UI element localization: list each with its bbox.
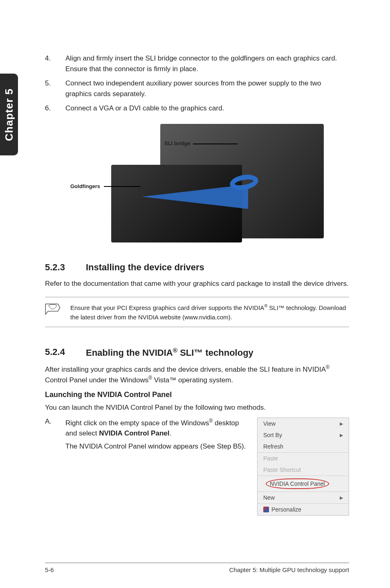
chapter-footer-title: Chapter 5: Multiple GPU technology suppo… <box>229 566 350 573</box>
menu-item-nvidia-control-panel[interactable]: NVIDIA Control Panel <box>260 476 346 491</box>
menu-label: View <box>263 420 276 427</box>
menu-label: NVIDIA Control Panel <box>270 480 325 487</box>
section-523-heading: 5.2.3 Installing the device drivers <box>45 262 349 273</box>
section-524-intro: After installing your graphics cards and… <box>45 364 349 385</box>
step-text: Align and firmly insert the SLI bridge c… <box>65 53 349 74</box>
section-title: Enabling the NVIDIA® SLI™ technology <box>86 347 253 358</box>
menu-label: Refresh <box>263 443 283 450</box>
install-step-6: 6. Connect a VGA or a DVI cable to the g… <box>45 103 349 114</box>
menu-item-personalize[interactable]: Personalize <box>258 504 349 515</box>
chapter-tab-label: Chapter 5 <box>3 88 16 141</box>
install-steps-list: 4. Align and firmly insert the SLI bridg… <box>45 53 349 114</box>
step-text: Connect a VGA or a DVI cable to the grap… <box>65 103 349 114</box>
section-number: 5.2.4 <box>45 347 86 358</box>
step-a-line1: Right click on the empty space of the Wi… <box>65 417 247 439</box>
section-524-heading: 5.2.4 Enabling the NVIDIA® SLI™ technolo… <box>45 347 349 358</box>
launching-subheading: Launching the NVIDIA Control Panel <box>45 391 349 399</box>
callout-line <box>104 186 141 187</box>
step-number: 5. <box>45 78 65 99</box>
step-letter: A. <box>45 417 61 451</box>
page-footer: 5-6 Chapter 5: Multiple GPU technology s… <box>45 563 349 573</box>
note-box: Ensure that your PCI Express graphics ca… <box>45 297 349 327</box>
submenu-arrow-icon: ▶ <box>340 421 343 426</box>
submenu-arrow-icon: ▶ <box>340 433 343 438</box>
step-a-line2: The NVIDIA Control Panel window appears … <box>65 441 247 452</box>
menu-label: Sort By <box>263 432 282 438</box>
goldfingers-label: Goldfingers <box>70 183 100 189</box>
highlight-oval: NVIDIA Control Panel <box>266 478 329 489</box>
sli-bridge-label: SLI bridge <box>164 140 191 146</box>
step-number: 4. <box>45 53 65 74</box>
section-523-intro: Refer to the documentation that came wit… <box>45 278 349 289</box>
menu-label: Paste <box>263 455 278 462</box>
chapter-tab: Chapter 5 <box>0 74 18 155</box>
menu-item-paste: Paste <box>258 453 349 464</box>
note-text: Ensure that your PCI Express graphics ca… <box>70 303 349 322</box>
personalize-icon <box>263 507 269 512</box>
menu-label: New <box>263 494 275 501</box>
section-title: Installing the device drivers <box>86 262 204 273</box>
sli-bridge-figure: SLI bridge Goldfingers <box>70 124 324 242</box>
desktop-context-menu: View ▶ Sort By ▶ Refresh Paste Paste Sho… <box>257 417 349 516</box>
page-number: 5-6 <box>45 566 54 573</box>
submenu-arrow-icon: ▶ <box>340 495 343 500</box>
step-number: 6. <box>45 103 65 114</box>
launching-intro: You can launch the NVIDIA Control Panel … <box>45 402 349 413</box>
step-text: Connect two independent auxiliary power … <box>65 78 349 99</box>
menu-label: Personalize <box>271 506 301 513</box>
menu-item-paste-shortcut: Paste Shortcut <box>258 464 349 476</box>
menu-label: Paste Shortcut <box>263 467 301 473</box>
section-number: 5.2.3 <box>45 262 86 273</box>
step-a: A. Right click on the empty space of the… <box>45 417 247 451</box>
note-icon <box>45 303 62 322</box>
menu-item-sort-by[interactable]: Sort By ▶ <box>258 429 349 441</box>
menu-item-view[interactable]: View ▶ <box>258 418 349 429</box>
callout-line <box>193 144 238 144</box>
install-step-4: 4. Align and firmly insert the SLI bridg… <box>45 53 349 74</box>
menu-item-new[interactable]: New ▶ <box>258 492 349 503</box>
menu-item-refresh[interactable]: Refresh <box>258 441 349 452</box>
install-step-5: 5. Connect two independent auxiliary pow… <box>45 78 349 99</box>
